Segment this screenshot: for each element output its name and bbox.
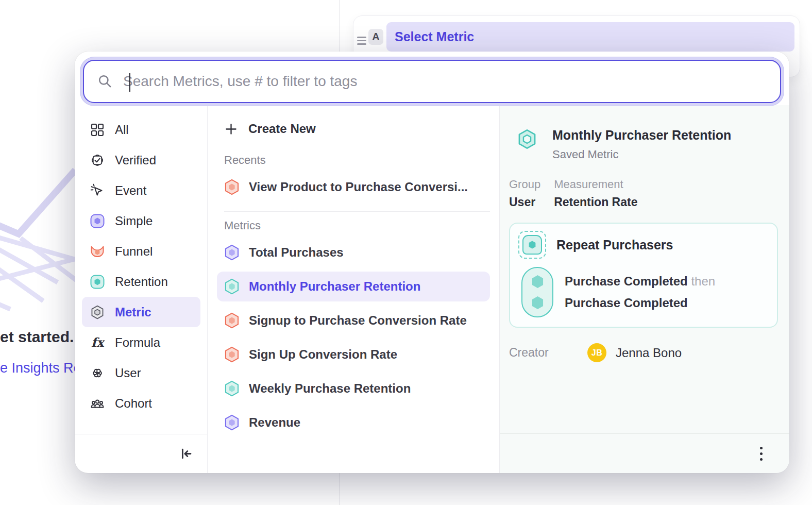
- list-item-sign-up-conversion-rate[interactable]: Sign Up Conversion Rate: [217, 340, 490, 369]
- list-item-revenue[interactable]: Revenue: [217, 408, 490, 437]
- modal-body: All Verified: [75, 105, 789, 473]
- sidebar-item-all[interactable]: All: [82, 114, 200, 145]
- category-list: All Verified: [75, 105, 207, 434]
- group-value: User: [509, 195, 540, 209]
- step-2: Purchase Completed: [565, 296, 715, 310]
- verified-badge-icon: [90, 153, 105, 167]
- select-metric-button[interactable]: Select Metric: [386, 22, 794, 52]
- list-item-total-purchases[interactable]: Total Purchases: [217, 238, 490, 267]
- event-cursor-icon: [90, 183, 105, 198]
- decorative-line-art: [0, 166, 77, 321]
- text-caret: [129, 73, 130, 92]
- measurement-field: Measurement Retention Rate: [554, 178, 637, 209]
- sidebar-item-funnel[interactable]: Funnel: [82, 236, 200, 266]
- step-1: Purchase Completed then: [565, 274, 715, 289]
- list-item-signup-to-purchase-conversion-rate[interactable]: Signup to Purchase Conversion Rate: [217, 306, 490, 335]
- funnel-metric-hexagon-icon: [224, 346, 240, 363]
- detail-header: Monthly Purchaser Retention Saved Metric: [509, 128, 778, 161]
- sidebar-item-simple[interactable]: Simple: [82, 206, 200, 236]
- group-field: Group User: [509, 178, 540, 209]
- sidebar-item-retention[interactable]: Retention: [82, 266, 200, 297]
- funnel-metric-icon: [90, 244, 105, 259]
- funnel-metric-hexagon-icon: [224, 179, 240, 195]
- metric-definition-card: Repeat Purchasers Purchase Completed the…: [509, 223, 778, 328]
- more-options-icon[interactable]: [757, 444, 766, 464]
- list-item-weekly-purchase-retention[interactable]: Weekly Purchase Retention: [217, 374, 490, 403]
- cohort-people-icon: [90, 396, 105, 411]
- metric-picker-modal: All Verified: [75, 52, 789, 473]
- funnel-metric-hexagon-icon: [224, 312, 240, 329]
- group-label: Group: [509, 178, 540, 191]
- detail-title: Monthly Purchaser Retention: [552, 128, 731, 143]
- sidebar-item-cohort[interactable]: Cohort: [82, 388, 200, 418]
- retention-metric-hexagon-icon: [517, 129, 537, 149]
- metrics-section-label: Metrics: [224, 219, 490, 232]
- behavior-name: Repeat Purchasers: [556, 238, 673, 252]
- detail-type-label: Saved Metric: [552, 148, 731, 161]
- simple-metric-icon: [90, 214, 105, 228]
- metric-list-panel: Create New Recents View Product to Purch…: [208, 105, 500, 473]
- creator-avatar: JB: [587, 343, 606, 362]
- hexagon-icon: [528, 240, 536, 249]
- section-divider: [224, 211, 490, 212]
- event-hexagon-icon: [531, 274, 545, 289]
- detail-footer: [500, 433, 789, 473]
- detail-meta: Group User Measurement Retention Rate: [509, 178, 778, 209]
- category-sidebar: All Verified: [75, 105, 208, 473]
- step-connector: then: [691, 274, 715, 288]
- background-insights-link-fragment[interactable]: e Insights Re: [0, 360, 81, 376]
- recents-section-label: Recents: [224, 154, 490, 167]
- create-new-button[interactable]: Create New: [217, 115, 490, 142]
- creator-name: Jenna Bono: [616, 346, 682, 360]
- plus-icon: [224, 122, 238, 136]
- creator-row: Creator JB Jenna Bono: [509, 343, 778, 362]
- metric-hexagon-icon: [224, 244, 240, 261]
- measurement-value: Retention Rate: [554, 195, 637, 209]
- background-headline-fragment: et started.: [0, 328, 74, 346]
- event-sequence-capsule: [521, 267, 553, 317]
- search-icon: [97, 74, 113, 89]
- measurement-label: Measurement: [554, 178, 637, 191]
- search-input[interactable]: [123, 73, 767, 90]
- app-root: et started. e Insights Re A Select Metri…: [0, 0, 812, 505]
- retention-metric-icon: [90, 275, 105, 289]
- formula-icon: fx: [90, 335, 105, 350]
- metric-detail-panel: Monthly Purchaser Retention Saved Metric…: [500, 105, 789, 473]
- list-item-view-product-to-purchase[interactable]: View Product to Purchase Conversi...: [217, 172, 490, 202]
- retention-metric-hexagon-icon: [224, 380, 240, 397]
- search-bar: [83, 60, 781, 103]
- metric-hexagon-icon: [224, 414, 240, 431]
- user-flower-icon: [90, 366, 105, 380]
- metric-hexagon-icon: [90, 305, 105, 319]
- list-item-monthly-purchaser-retention[interactable]: Monthly Purchaser Retention: [217, 272, 490, 301]
- event-hexagon-icon: [531, 295, 545, 310]
- sidebar-item-metric[interactable]: Metric: [82, 297, 200, 327]
- drag-handle-icon[interactable]: [357, 37, 366, 45]
- sidebar-item-verified[interactable]: Verified: [82, 145, 200, 175]
- retention-behavior-icon: [518, 231, 546, 259]
- sidebar-item-formula[interactable]: fx Formula: [82, 327, 200, 358]
- creator-label: Creator: [509, 346, 587, 360]
- grid-icon: [90, 123, 105, 137]
- retention-metric-hexagon-icon: [224, 278, 240, 295]
- svg-text:fx: fx: [91, 335, 105, 350]
- sidebar-item-user[interactable]: User: [82, 358, 200, 388]
- series-letter-badge: A: [368, 29, 383, 45]
- sidebar-item-event[interactable]: Event: [82, 175, 200, 206]
- collapse-left-icon[interactable]: [178, 446, 194, 462]
- sidebar-footer: [75, 434, 207, 473]
